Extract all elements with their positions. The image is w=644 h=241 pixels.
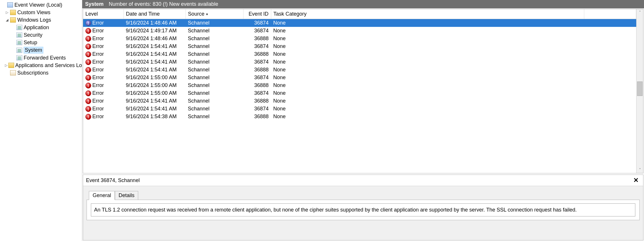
tree-application[interactable]: Application (0, 24, 82, 31)
cell-eventid: 36874 (243, 89, 271, 97)
details-tabs: General Details (89, 191, 640, 200)
tree-subscriptions[interactable]: Subscriptions (0, 69, 82, 77)
cell-date: 9/16/2024 1:54:41 AM (123, 66, 186, 74)
cell-taskcat: None (271, 19, 584, 27)
error-icon: ! (85, 67, 91, 73)
tab-content-general: An TLS 1.2 connection request was receiv… (87, 200, 640, 220)
cell-level: Error (92, 98, 104, 104)
error-icon: ! (85, 75, 91, 81)
table-row[interactable]: !Error9/16/2024 1:54:41 AMSchannel36888N… (83, 50, 636, 58)
cell-source: Schannel (186, 50, 243, 58)
scroll-down-icon[interactable]: ˅ (636, 167, 643, 173)
cell-eventid: 36888 (243, 81, 271, 89)
header-title: System (85, 1, 104, 7)
tree-apps-services[interactable]: ▷ Applications and Services Lo (0, 62, 82, 69)
cell-eventid: 36888 (243, 97, 271, 105)
cell-taskcat: None (271, 89, 584, 97)
cell-eventid: 36888 (243, 35, 271, 42)
tree-label: Application (24, 25, 49, 31)
tree-label: Event Viewer (Local) (14, 2, 62, 8)
cell-eventid: 36874 (243, 27, 271, 35)
tree-system[interactable]: System (0, 46, 82, 54)
table-row[interactable]: !Error9/16/2024 1:55:00 AMSchannel36874N… (83, 74, 636, 81)
cell-taskcat: None (271, 105, 584, 113)
cell-source: Schannel (186, 19, 243, 27)
tree-label: Applications and Services Lo (15, 62, 82, 68)
cell-date: 9/16/2024 1:54:41 AM (123, 42, 186, 50)
cell-date: 9/16/2024 1:49:17 AM (123, 27, 186, 35)
cell-date: 9/16/2024 1:55:00 AM (123, 89, 186, 97)
cell-taskcat: None (271, 66, 584, 74)
col-level[interactable]: Level (83, 9, 123, 19)
expander-collapsed-icon[interactable]: ▷ (5, 10, 9, 14)
cell-level: Error (92, 90, 104, 96)
cell-level: Error (92, 75, 104, 81)
error-icon: ! (85, 83, 91, 88)
col-date[interactable]: Date and Time (123, 9, 186, 19)
cell-taskcat: None (271, 113, 584, 120)
header-bar: System Number of events: 830 (!) New eve… (82, 0, 644, 8)
close-icon[interactable]: ✕ (632, 177, 640, 184)
cell-eventid: 36888 (243, 50, 271, 58)
expander-collapsed-icon[interactable]: ▷ (5, 63, 8, 67)
error-icon: ! (85, 98, 91, 104)
cell-date: 9/16/2024 1:48:46 AM (123, 19, 186, 27)
table-row[interactable]: !Error9/16/2024 1:54:38 AMSchannel36888N… (83, 113, 636, 120)
table-row[interactable]: !Error9/16/2024 1:49:17 AMSchannel36874N… (83, 27, 636, 35)
log-icon (16, 24, 23, 31)
table-row[interactable]: !Error9/16/2024 1:55:00 AMSchannel36874N… (83, 89, 636, 97)
folder-icon (10, 17, 16, 23)
scroll-up-icon[interactable]: ˄ (636, 9, 643, 16)
log-icon (16, 47, 23, 53)
table-row[interactable]: !Error9/16/2024 1:54:41 AMSchannel36874N… (83, 42, 636, 50)
error-icon: ! (85, 28, 91, 34)
tree-forwarded[interactable]: Forwarded Events (0, 54, 82, 62)
error-icon: ! (85, 90, 91, 96)
cell-source: Schannel (186, 81, 243, 89)
cell-taskcat: None (271, 97, 584, 105)
cell-eventid: 36874 (243, 74, 271, 81)
event-grid[interactable]: Level Date and Time Source▼ Event ID Tas… (83, 9, 636, 173)
table-row[interactable]: !Error9/16/2024 1:54:41 AMSchannel36888N… (83, 97, 636, 105)
cell-taskcat: None (271, 42, 584, 50)
cell-eventid: 36874 (243, 19, 271, 27)
tree-security[interactable]: Security (0, 31, 82, 39)
sort-desc-icon: ▼ (206, 13, 209, 16)
cell-level: Error (92, 106, 104, 112)
event-grid-wrap: Level Date and Time Source▼ Event ID Tas… (83, 9, 643, 173)
cell-eventid: 36874 (243, 105, 271, 113)
table-row[interactable]: !Error9/16/2024 1:55:00 AMSchannel36888N… (83, 81, 636, 89)
table-row[interactable]: !Error9/16/2024 1:48:46 AMSchannel36874N… (83, 19, 636, 27)
col-source[interactable]: Source▼ (186, 9, 243, 19)
cell-date: 9/16/2024 1:54:41 AM (123, 97, 186, 105)
cell-taskcat: None (271, 35, 584, 42)
details-title: Event 36874, Schannel (86, 177, 140, 183)
tree-setup[interactable]: Setup (0, 39, 82, 46)
cell-level: Error (92, 82, 104, 88)
cell-taskcat: None (271, 74, 584, 81)
vertical-scrollbar[interactable]: ˄ ˅ (636, 9, 643, 173)
tab-general[interactable]: General (89, 191, 115, 200)
subscriptions-icon (10, 70, 16, 76)
table-row[interactable]: !Error9/16/2024 1:54:41 AMSchannel36874N… (83, 58, 636, 66)
folder-icon (8, 62, 14, 68)
cell-source: Schannel (186, 97, 243, 105)
tree-custom-views[interactable]: ▷ Custom Views (0, 9, 82, 16)
tree-label: Custom Views (17, 10, 50, 16)
cell-level: Error (92, 51, 104, 57)
col-eventid[interactable]: Event ID (243, 9, 271, 19)
tab-details[interactable]: Details (115, 191, 138, 200)
error-icon: ! (85, 114, 91, 120)
table-row[interactable]: !Error9/16/2024 1:54:41 AMSchannel36888N… (83, 66, 636, 74)
tree-label: Windows Logs (17, 17, 51, 23)
tree-root[interactable]: Event Viewer (Local) (0, 1, 82, 9)
col-taskcat[interactable]: Task Category (271, 9, 584, 19)
table-row[interactable]: !Error9/16/2024 1:48:46 AMSchannel36888N… (83, 35, 636, 42)
table-row[interactable]: !Error9/16/2024 1:54:41 AMSchannel36874N… (83, 105, 636, 113)
scroll-thumb[interactable] (637, 81, 643, 96)
cell-date: 9/16/2024 1:48:46 AM (123, 35, 186, 42)
tree-windows-logs[interactable]: ◢ Windows Logs (0, 16, 82, 24)
cell-date: 9/16/2024 1:54:38 AM (123, 113, 186, 120)
expander-expanded-icon[interactable]: ◢ (5, 18, 9, 22)
details-panel: Event 36874, Schannel ✕ General Details … (83, 175, 643, 240)
